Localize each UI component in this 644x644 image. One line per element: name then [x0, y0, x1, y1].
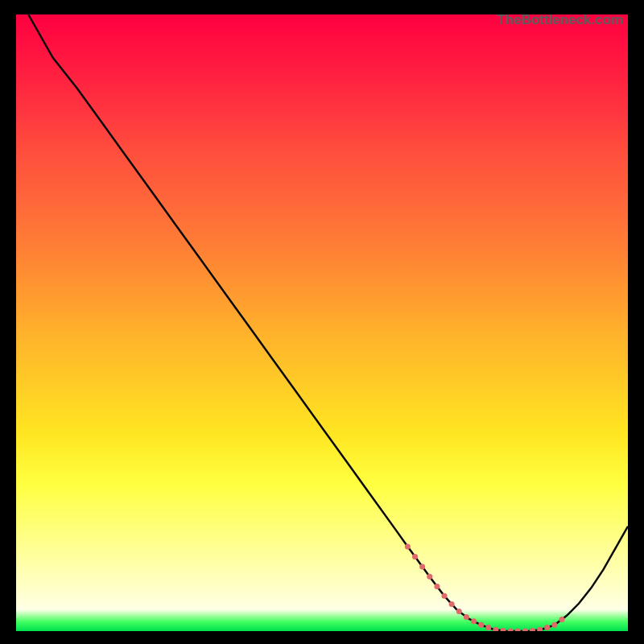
svg-point-13: [500, 628, 506, 631]
svg-point-0: [405, 544, 411, 550]
svg-point-20: [551, 622, 557, 628]
svg-point-18: [537, 627, 543, 631]
chart-svg: [16, 14, 628, 631]
svg-point-11: [485, 625, 491, 630]
svg-point-6: [449, 601, 455, 607]
dotted-highlight: [405, 544, 565, 631]
svg-point-14: [508, 629, 514, 632]
svg-point-15: [515, 629, 521, 632]
svg-point-5: [442, 593, 448, 599]
chart-area: TheBottleneck.com: [16, 14, 628, 631]
svg-point-10: [478, 622, 484, 628]
svg-point-7: [456, 609, 462, 614]
svg-point-19: [544, 625, 550, 630]
bottleneck-curve: [28, 14, 628, 631]
svg-point-3: [427, 574, 432, 580]
svg-point-9: [471, 618, 477, 624]
watermark-text: TheBottleneck.com: [497, 12, 623, 28]
svg-point-12: [493, 627, 498, 631]
svg-point-21: [559, 617, 564, 622]
svg-point-1: [412, 554, 418, 559]
svg-point-16: [522, 629, 528, 632]
svg-point-17: [530, 628, 535, 631]
svg-point-4: [434, 584, 440, 589]
svg-point-8: [464, 614, 469, 620]
svg-point-2: [419, 564, 425, 569]
